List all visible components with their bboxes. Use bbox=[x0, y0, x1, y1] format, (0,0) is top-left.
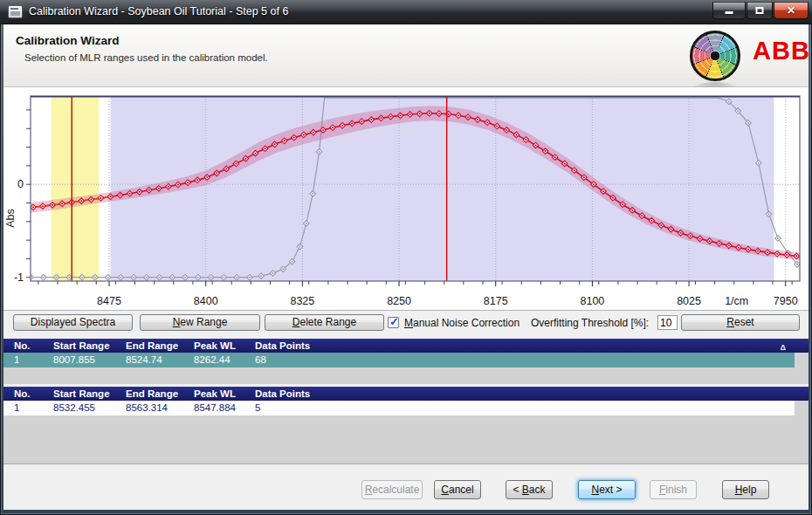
svg-text:8025: 8025 bbox=[677, 295, 701, 307]
help-button[interactable]: Help bbox=[722, 480, 769, 499]
column-header[interactable]: Data Points bbox=[244, 387, 809, 401]
close-button[interactable]: ✕ bbox=[774, 2, 809, 19]
new-range-button[interactable]: New Range bbox=[140, 314, 260, 331]
svg-text:8250: 8250 bbox=[387, 295, 411, 307]
table-row[interactable]: 1 8532.455 8563.314 8547.884 5 bbox=[3, 401, 795, 415]
delete-range-button[interactable]: Delete Range bbox=[265, 314, 384, 331]
wizard-footer: Recalculate Cancel < Back Next > Finish … bbox=[3, 464, 809, 510]
column-header[interactable]: End Range bbox=[115, 339, 183, 353]
minimize-button[interactable] bbox=[712, 2, 746, 19]
svg-text:-1: -1 bbox=[14, 271, 24, 284]
svg-text:8400: 8400 bbox=[194, 295, 218, 307]
spectra-chart-canvas[interactable]: 847584008325825081758100802579501/cm0-1A… bbox=[3, 87, 809, 311]
column-header[interactable]: No. bbox=[3, 339, 43, 353]
manual-noise-checkbox[interactable] bbox=[388, 317, 399, 328]
column-header[interactable]: Data Points bbox=[244, 339, 809, 353]
range-toolbar: Displayed Spectra New Range Delete Range… bbox=[3, 311, 809, 339]
svg-text:8175: 8175 bbox=[484, 295, 508, 307]
svg-text:8100: 8100 bbox=[581, 295, 605, 307]
svg-text:8475: 8475 bbox=[97, 295, 121, 307]
manual-noise-label: Manual Noise Correction bbox=[404, 317, 520, 329]
mlr-ranges-table: No. Start Range End Range Peak WL Data P… bbox=[3, 339, 809, 384]
sort-indicator-icon[interactable]: Δ bbox=[781, 340, 786, 354]
maximize-icon bbox=[756, 7, 764, 14]
page-title: Calibration Wizard bbox=[16, 34, 119, 47]
back-button[interactable]: < Back bbox=[506, 480, 553, 499]
wizard-header: Calibration Wizard Selection of MLR rang… bbox=[3, 24, 809, 87]
app-icon bbox=[8, 5, 23, 18]
column-header[interactable]: Peak WL bbox=[183, 339, 244, 353]
svg-text:8325: 8325 bbox=[290, 295, 314, 307]
finish-button: Finish bbox=[650, 480, 697, 499]
svg-text:7950: 7950 bbox=[774, 295, 798, 307]
reset-button[interactable]: Reset bbox=[681, 314, 800, 331]
svg-text:1/cm: 1/cm bbox=[725, 295, 748, 307]
page-subtitle: Selection of MLR ranges used in the cali… bbox=[24, 52, 268, 63]
column-header[interactable]: No. bbox=[3, 387, 43, 401]
mlr-table-header[interactable]: No. Start Range End Range Peak WL Data P… bbox=[3, 339, 809, 353]
abb-logo-text: ABB bbox=[753, 37, 810, 65]
column-header[interactable]: Start Range bbox=[43, 339, 115, 353]
overfitting-threshold-input[interactable] bbox=[657, 315, 678, 330]
maximize-button[interactable] bbox=[747, 2, 773, 19]
close-icon: ✕ bbox=[774, 4, 808, 17]
noise-ranges-table: No. Start Range End Range Peak WL Data P… bbox=[3, 387, 809, 464]
column-header[interactable]: Peak WL bbox=[183, 387, 244, 401]
noise-table-header[interactable]: No. Start Range End Range Peak WL Data P… bbox=[3, 387, 809, 401]
svg-text:Abs: Abs bbox=[4, 209, 17, 228]
wizard-window: Calibration Wizard - Soybean Oil Tutoria… bbox=[0, 0, 812, 515]
next-button[interactable]: Next > bbox=[578, 480, 636, 499]
column-header[interactable]: End Range bbox=[115, 387, 183, 401]
abb-color-wheel-logo bbox=[690, 31, 740, 81]
table-row-selected[interactable]: 1 8007.855 8524.74 8262.44 68 bbox=[3, 353, 795, 367]
column-header[interactable]: Start Range bbox=[43, 387, 115, 401]
svg-text:0: 0 bbox=[17, 178, 24, 190]
cancel-button[interactable]: Cancel bbox=[434, 480, 481, 499]
dialog-client-area: Calibration Wizard Selection of MLR rang… bbox=[3, 24, 809, 510]
recalculate-button: Recalculate bbox=[361, 480, 423, 499]
window-title: Calibration Wizard - Soybean Oil Tutoria… bbox=[29, 5, 288, 17]
titlebar: Calibration Wizard - Soybean Oil Tutoria… bbox=[0, 0, 812, 24]
overfitting-threshold-label: Overfitting Threshold [%]: bbox=[531, 317, 649, 329]
minimize-icon bbox=[726, 11, 733, 14]
displayed-spectra-button[interactable]: Displayed Spectra bbox=[13, 314, 133, 331]
spectra-chart[interactable]: 847584008325825081758100802579501/cm0-1A… bbox=[3, 87, 809, 311]
